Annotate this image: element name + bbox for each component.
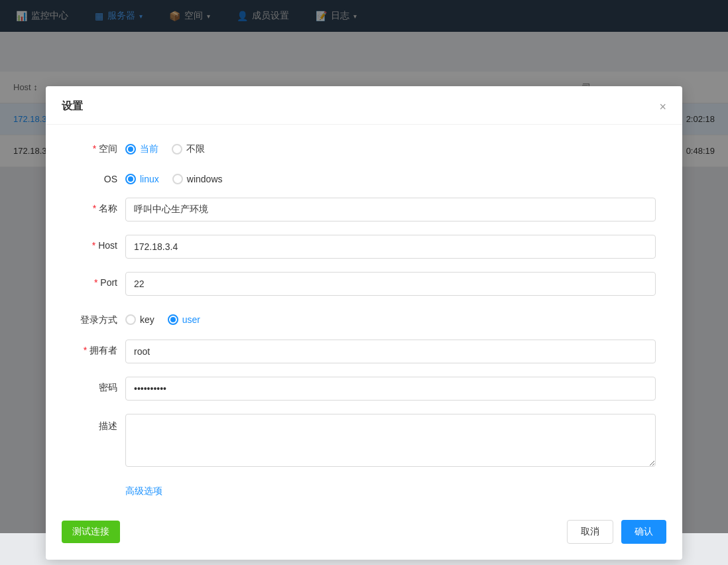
os-option-windows[interactable]: windows	[172, 174, 223, 184]
confirm-button[interactable]: 确认	[621, 520, 666, 544]
host-input[interactable]	[125, 235, 656, 259]
password-field-control	[125, 377, 656, 401]
login-radio-group: key user	[125, 309, 656, 325]
test-connection-button[interactable]: 测试连接	[62, 521, 120, 543]
radio-current-indicator	[125, 144, 136, 155]
port-label: * Port	[72, 272, 125, 288]
footer-right-buttons: 取消 确认	[567, 520, 666, 544]
login-method-row: 登录方式 key user	[72, 309, 656, 326]
os-windows-label: windows	[187, 174, 223, 184]
modal-footer: 测试连接 取消 确认	[46, 509, 682, 544]
host-label: * Host	[72, 235, 125, 251]
port-input[interactable]	[125, 272, 656, 296]
port-field-control	[125, 272, 656, 296]
os-radio-group: linux windows	[125, 168, 656, 184]
description-label: 描述	[72, 414, 125, 432]
description-textarea[interactable]	[125, 414, 656, 467]
name-input[interactable]	[125, 198, 656, 221]
radio-key-indicator	[125, 314, 136, 325]
space-label: * 空间	[72, 138, 125, 155]
advanced-options-row: 高级选项	[72, 483, 656, 497]
radio-windows-indicator	[172, 174, 183, 184]
cancel-button[interactable]: 取消	[567, 520, 613, 544]
space-radio-group: 当前 不限	[125, 138, 656, 155]
modal-header: 设置 ×	[46, 86, 682, 125]
owner-field-row: * 拥有者	[72, 340, 656, 363]
space-current-label: 当前	[140, 143, 158, 155]
space-field-row: * 空间 当前 不限	[72, 138, 656, 155]
host-field-row: * Host	[72, 235, 656, 259]
os-option-linux[interactable]: linux	[125, 174, 159, 184]
password-input[interactable]	[125, 377, 656, 401]
os-label: OS	[72, 168, 125, 184]
name-field-row: * 名称	[72, 198, 656, 221]
owner-label: * 拥有者	[72, 340, 125, 357]
advanced-options-link[interactable]: 高级选项	[125, 485, 162, 497]
login-option-key[interactable]: key	[125, 314, 154, 325]
login-option-user[interactable]: user	[168, 314, 200, 325]
space-unlimited-label: 不限	[186, 143, 205, 155]
os-field-row: OS linux windows	[72, 168, 656, 184]
name-field-control	[125, 198, 656, 221]
space-option-unlimited[interactable]: 不限	[172, 143, 205, 155]
radio-linux-indicator	[125, 174, 136, 184]
description-field-control	[125, 414, 656, 470]
description-field-row: 描述	[72, 414, 656, 470]
login-key-label: key	[140, 314, 154, 325]
modal-title: 设置	[62, 99, 83, 113]
password-field-row: 密码	[72, 377, 656, 401]
port-field-row: * Port	[72, 272, 656, 296]
host-field-control	[125, 235, 656, 259]
radio-unlimited-indicator	[172, 144, 182, 155]
owner-field-control	[125, 340, 656, 363]
radio-user-indicator	[168, 314, 178, 325]
os-linux-label: linux	[140, 174, 159, 184]
owner-input[interactable]	[125, 340, 656, 363]
login-user-label: user	[182, 314, 200, 325]
close-button[interactable]: ×	[659, 101, 666, 113]
modal-body: * 空间 当前 不限 OS linux	[46, 125, 682, 504]
name-label: * 名称	[72, 198, 125, 215]
settings-modal: 设置 × * 空间 当前 不限 OS	[46, 86, 682, 560]
password-label: 密码	[72, 377, 125, 394]
space-option-current[interactable]: 当前	[125, 143, 158, 155]
login-label: 登录方式	[72, 309, 125, 326]
